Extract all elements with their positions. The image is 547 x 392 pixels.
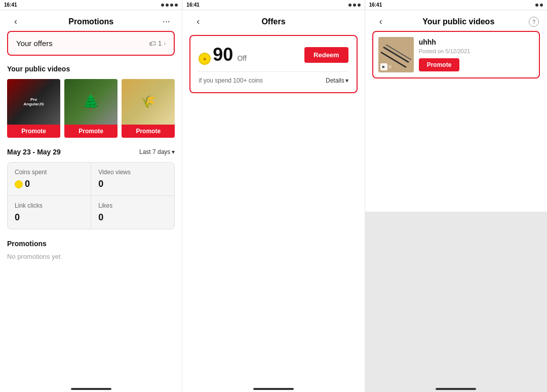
public-videos-back-icon[interactable]: ‹ <box>373 16 388 27</box>
play-overlay: ▶ 0 <box>380 63 392 70</box>
video-list-date: Posted on 5/12/2021 <box>419 48 534 54</box>
stat-label-views: Video views <box>98 169 167 176</box>
your-offers-count: 1 <box>158 40 162 47</box>
public-videos-header-right: ? <box>529 17 539 27</box>
your-offers-right: 🏷 1 › <box>149 40 166 48</box>
offer-divider <box>199 71 348 72</box>
offer-condition: if you spend 100+ coins <box>199 77 262 84</box>
offers-back-icon[interactable]: ‹ <box>190 16 206 27</box>
status-icons-3 <box>535 4 543 7</box>
redeem-button[interactable]: Redeem <box>304 47 348 63</box>
video-thumb-1: ProAngularJS <box>7 79 60 125</box>
tree-icon: 🌲 <box>82 94 100 110</box>
stat-value-clicks: 0 <box>15 212 84 223</box>
public-videos-content: ▶ 0 uhhh Posted on 5/12/2021 Promote <box>365 31 547 212</box>
video-list-thumb: ▶ 0 <box>378 37 414 72</box>
stat-clicks-number: 0 <box>15 212 20 223</box>
help-icon[interactable]: ? <box>529 17 539 27</box>
status-bar-panel-1: 16:41 <box>0 0 182 10</box>
your-offers-box[interactable]: Your offers 🏷 1 › <box>7 31 175 56</box>
date-range-label: May 23 - May 29 <box>7 148 61 156</box>
time-2: 16:41 <box>186 2 200 8</box>
video-card-3: 🌾 Promote <box>122 79 175 138</box>
tag-icon: 🏷 <box>149 40 156 48</box>
video-count: 0 <box>389 64 392 69</box>
chevron-down-icon: ▾ <box>172 148 175 155</box>
status-bar-panel-3: 16:41 <box>365 0 547 10</box>
stat-likes-number: 0 <box>98 212 103 223</box>
stat-value-views: 0 <box>98 179 167 189</box>
offers-header: ‹ Offers · <box>182 10 364 31</box>
offer-amount: ● 90 Off <box>199 44 246 65</box>
promote-button-3[interactable]: Promote <box>122 125 175 138</box>
last-days-button[interactable]: Last 7 days ▾ <box>139 148 175 155</box>
status-icons-2 <box>348 4 361 7</box>
stat-label-clicks: Link clicks <box>15 202 84 209</box>
offers-title: Offers <box>206 17 341 26</box>
video-grid: ProAngularJS Promote 🌲 Promote 🌾 Pr <box>7 79 175 138</box>
stat-cell-link-clicks: Link clicks 0 <box>8 196 91 229</box>
details-label: Details <box>326 77 344 84</box>
home-indicator-3 <box>365 385 547 392</box>
promote-button-1[interactable]: Promote <box>7 125 60 138</box>
promote-button-2[interactable]: Promote <box>64 125 118 138</box>
promote-button-video[interactable]: Promote <box>419 58 460 71</box>
home-indicator-2 <box>182 385 364 392</box>
public-videos-header: ‹ Your public videos ? <box>365 10 547 31</box>
stats-grid: Coins spent 0 Video views 0 Link clicks <box>7 162 175 229</box>
offers-content: ● 90 Off Redeem if you spend 100+ coins … <box>182 31 364 385</box>
home-bar-2 <box>253 388 294 390</box>
status-bar-panel-2: 16:41 <box>182 0 365 10</box>
promotions-back-icon[interactable]: ‹ <box>8 16 23 27</box>
offer-coin-icon: ● <box>199 53 211 65</box>
book-text: ProAngularJS <box>22 95 46 108</box>
offers-panel: ‹ Offers · ● 90 Off Redeem if you spend … <box>182 10 365 392</box>
offer-number: 90 <box>213 44 233 65</box>
stat-coins-number: 0 <box>25 179 30 189</box>
stat-label-coins: Coins spent <box>15 169 84 176</box>
video-thumb-3: 🌾 <box>122 79 175 125</box>
stat-value-likes: 0 <box>98 212 167 223</box>
details-chevron-icon: ▾ <box>345 77 348 84</box>
promotions-title: Promotions <box>23 17 159 26</box>
offer-bottom: if you spend 100+ coins Details ▾ <box>199 77 348 84</box>
home-bar-3 <box>436 388 476 390</box>
promotions-section-title: Promotions <box>7 240 175 248</box>
your-offers-label: Your offers <box>16 39 53 48</box>
last-days-label: Last 7 days <box>139 148 170 155</box>
promotions-header: ‹ Promotions ··· <box>0 10 182 31</box>
plant-icon: 🌾 <box>141 95 156 109</box>
stat-value-coins: 0 <box>15 179 84 189</box>
status-icons-1 <box>161 4 178 7</box>
promotions-panel: ‹ Promotions ··· Your offers 🏷 1 › Your … <box>0 10 182 392</box>
gray-bottom-section <box>365 212 547 385</box>
public-videos-title: Your public videos <box>388 17 529 26</box>
video-thumb-2: 🌲 <box>64 79 118 125</box>
stat-cell-likes: Likes 0 <box>91 196 174 229</box>
date-range-row: May 23 - May 29 Last 7 days ▾ <box>7 148 175 156</box>
home-indicator-1 <box>0 385 182 392</box>
stat-cell-video-views: Video views 0 <box>91 163 174 195</box>
time-3: 16:41 <box>369 2 382 8</box>
offer-top: ● 90 Off Redeem <box>199 44 348 65</box>
promotions-more-icon[interactable]: ··· <box>159 16 174 27</box>
stat-views-number: 0 <box>98 179 103 189</box>
details-link[interactable]: Details ▾ <box>326 77 348 84</box>
time-1: 16:41 <box>4 2 17 8</box>
public-videos-panel: ‹ Your public videos ? ▶ <box>365 10 547 392</box>
video-list-title: uhhh <box>419 38 534 46</box>
home-bar-1 <box>71 388 111 390</box>
video-card-2: 🌲 Promote <box>64 79 118 138</box>
chevron-right-icon: › <box>164 40 166 47</box>
video-list-item: ▶ 0 uhhh Posted on 5/12/2021 Promote <box>372 31 540 79</box>
stat-cell-coins-spent: Coins spent 0 <box>8 163 91 195</box>
stat-label-likes: Likes <box>98 202 167 209</box>
offer-card: ● 90 Off Redeem if you spend 100+ coins … <box>189 35 357 93</box>
play-icon: ▶ <box>380 63 387 70</box>
promotions-content: Your offers 🏷 1 › Your public videos Pro… <box>0 31 182 385</box>
public-videos-section-title: Your public videos <box>7 65 175 73</box>
video-card-1: ProAngularJS Promote <box>7 79 60 138</box>
no-promotions-text: No promotions yet <box>7 253 175 260</box>
video-list-info: uhhh Posted on 5/12/2021 Promote <box>419 38 534 71</box>
offer-off-label: Off <box>237 54 246 62</box>
